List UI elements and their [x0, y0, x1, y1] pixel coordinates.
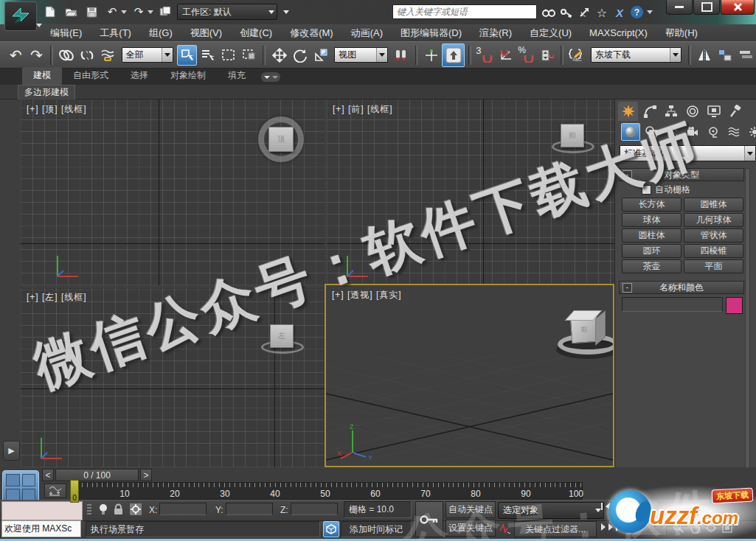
modify-tab[interactable] [639, 102, 659, 121]
undo-flyout-icon[interactable] [121, 10, 127, 14]
selected-filter-dropdown[interactable]: 选定对象 [498, 502, 604, 519]
spinner-snap-icon[interactable] [537, 45, 557, 66]
geometry-category-icon[interactable] [621, 123, 640, 141]
logo-flyout-icon[interactable] [36, 24, 42, 27]
viewcube-front-gizmo[interactable]: 前 [561, 124, 584, 147]
exchange-apps-icon[interactable]: X [611, 4, 628, 21]
select-and-rotate-icon[interactable] [290, 45, 310, 66]
app-logo-button[interactable] [4, 1, 37, 31]
select-and-manipulate-icon[interactable] [421, 45, 441, 66]
undo-toolbar-icon[interactable]: ↶ [6, 45, 26, 66]
set-keys-button[interactable] [415, 501, 443, 537]
hierarchy-tab[interactable] [661, 102, 681, 121]
help-icon[interactable]: ? [631, 6, 643, 18]
select-and-scale-icon[interactable] [311, 45, 330, 66]
minimize-button[interactable] [666, 0, 693, 15]
viewport-top-label[interactable]: [+] [顶] [线框] [27, 103, 87, 116]
collapse-rollout-icon[interactable]: - [623, 170, 632, 180]
menu-modifiers[interactable]: 修改器(M) [281, 27, 342, 40]
torus-button[interactable]: 圆环 [622, 244, 682, 258]
select-and-move-icon[interactable] [269, 45, 289, 66]
time-step-back-button[interactable]: < [42, 469, 54, 481]
set-key-mode-button[interactable]: 设置关键点 [445, 520, 496, 537]
rectangular-selection-region-icon[interactable] [218, 45, 238, 66]
undo-button[interactable]: ↶ [103, 4, 121, 20]
open-minitrack-button[interactable] [44, 484, 66, 498]
select-object-icon[interactable] [177, 45, 197, 66]
z-coord-field[interactable] [291, 503, 338, 515]
cone-button[interactable]: 圆锥体 [684, 198, 743, 212]
object-name-field[interactable] [622, 297, 723, 312]
spacewarps-category-icon[interactable] [724, 123, 743, 141]
ribbon-tab-selection[interactable]: 选择 [119, 67, 159, 85]
use-pivot-center-icon[interactable] [392, 45, 412, 66]
autogrid-checkbox[interactable] [642, 185, 651, 195]
ribbon-minimize-icon[interactable] [261, 72, 280, 82]
menu-rendering[interactable]: 渲染(R) [471, 27, 521, 40]
plane-button[interactable]: 平面 [684, 259, 743, 273]
named-selection-sets-dropdown[interactable]: 东坡下载 [591, 47, 682, 63]
menu-create[interactable]: 创建(C) [231, 27, 281, 40]
redo-button[interactable]: ↷ [130, 4, 148, 20]
box-button[interactable]: 长方体 [622, 198, 682, 212]
viewport-left[interactable]: [+] [左] [线框] 左 [21, 287, 325, 467]
time-slider-button[interactable]: 0 / 100 [55, 469, 139, 481]
tube-button[interactable]: 管状体 [684, 228, 743, 242]
ribbon-tab-populate[interactable]: 填充 [217, 67, 257, 85]
object-color-swatch[interactable] [726, 297, 743, 314]
menu-maxscript[interactable]: MAXScript(X) [580, 27, 656, 38]
geosphere-button[interactable]: 几何球体 [684, 213, 743, 227]
viewcube-perspective-gizmo[interactable]: 前 [547, 306, 614, 368]
favorites-star-icon[interactable]: ☆ [593, 4, 611, 21]
snap-toggle-3d-icon[interactable]: 3 [475, 45, 495, 66]
viewport-left-label[interactable]: [+] [左] [线框] [27, 291, 87, 304]
x-coord-field[interactable] [159, 503, 207, 515]
cameras-category-icon[interactable] [683, 123, 702, 141]
viewport-front-label[interactable]: [+] [前] [线框] [333, 103, 393, 116]
menu-customize[interactable]: 自定义(U) [521, 27, 580, 40]
key-filter-curve-icon[interactable] [499, 522, 512, 535]
keyboard-override-toggle-icon[interactable] [442, 43, 465, 67]
add-time-tag-button[interactable]: 添加时间标记 [341, 521, 412, 537]
workspace-flyout-icon[interactable] [280, 4, 292, 20]
select-by-name-icon[interactable] [198, 45, 218, 66]
maximize-button[interactable] [693, 0, 720, 15]
panel-scrollbar[interactable] [745, 168, 750, 498]
object-type-rollout-header[interactable]: - 对象类型 [619, 168, 744, 181]
time-step-forward-button[interactable]: > [140, 469, 152, 481]
window-crossing-icon[interactable] [239, 45, 259, 66]
absolute-offset-mode-icon[interactable] [129, 503, 142, 516]
menu-edit[interactable]: 编辑(E) [41, 27, 91, 40]
align-icon[interactable] [715, 45, 735, 66]
viewport-perspective-label[interactable]: [+] [透视] [真实] [332, 289, 402, 301]
menu-help[interactable]: 帮助(H) [656, 27, 707, 40]
angle-snap-icon[interactable] [496, 45, 516, 66]
key-filters-button[interactable]: 关键点过滤器... [514, 521, 597, 537]
isolate-selection-toggle[interactable] [323, 521, 339, 537]
ribbon-tab-modeling[interactable]: 建模 [22, 67, 62, 85]
save-icon[interactable] [83, 4, 100, 20]
expand-trackbar-arrow-button[interactable]: ▶ [3, 441, 20, 461]
help-flyout-icon[interactable] [647, 10, 653, 14]
menu-views[interactable]: 视图(V) [181, 27, 231, 40]
time-slider-handle[interactable]: 0 [70, 480, 79, 503]
viewport-front[interactable]: [+] [前] [线框] 前 [327, 100, 614, 285]
layer-manager-icon[interactable] [736, 45, 756, 66]
menu-animation[interactable]: 动画(A) [342, 27, 392, 40]
subscription-key-icon[interactable] [558, 4, 575, 21]
primitive-category-dropdown[interactable]: 标准基本体 [620, 145, 756, 161]
shapes-category-icon[interactable] [642, 123, 661, 141]
viewport-perspective[interactable]: [+] [透视] [真实] 前 [325, 284, 614, 467]
adaptive-degradation-bulb-icon[interactable] [99, 503, 108, 516]
bind-to-spacewarp-icon[interactable] [98, 45, 118, 66]
systems-category-icon[interactable] [745, 123, 756, 141]
viewcube-left-gizmo[interactable]: 左 [270, 324, 294, 348]
auto-key-button[interactable]: 自动关键点 [445, 501, 496, 518]
redo-toolbar-icon[interactable]: ↷ [27, 45, 46, 66]
menu-tools[interactable]: 工具(T) [91, 27, 140, 40]
teapot-button[interactable]: 茶壶 [622, 259, 682, 273]
listener-drag-icon[interactable] [86, 503, 93, 515]
select-and-link-icon[interactable] [57, 45, 77, 66]
workspace-dropdown[interactable]: 工作区: 默认 [177, 4, 277, 20]
maxscript-mini-listener-pink[interactable] [1, 501, 83, 520]
